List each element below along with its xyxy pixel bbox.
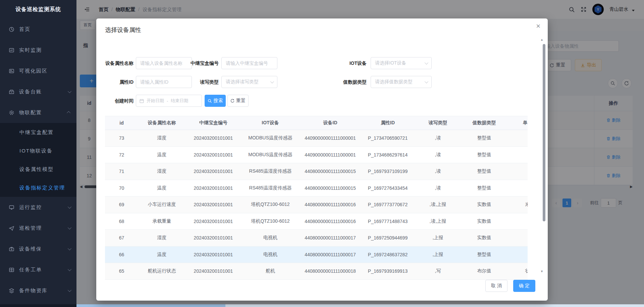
table-row[interactable]: 71 湿度 202403200101001 RS485温湿度传感器 440800… — [105, 163, 528, 180]
cell-attr-id: P_1697250944699 — [361, 235, 415, 240]
cell-device-id: 44080000001111000017 — [300, 252, 361, 257]
cell-id: 73 — [105, 135, 138, 141]
close-icon[interactable]: × — [536, 23, 540, 30]
value-type-select[interactable]: 请选择值数据类型 — [371, 76, 432, 88]
cell-attr-id: P_1734706590721 — [361, 135, 415, 141]
cell-attr-name: 承载重量 — [138, 218, 185, 224]
form-row-3: 创建时间 开始日期 - 结束日期 搜索 重置 — [96, 95, 548, 107]
sidebar-item-run-monitor[interactable]: 运行监控 — [0, 197, 76, 218]
confirm-button[interactable]: 确 定 — [513, 280, 535, 292]
sidebar-item-device-maintenance[interactable]: 设备维保 — [0, 238, 76, 259]
paper-plane-icon — [9, 225, 14, 231]
box-no-input[interactable] — [221, 57, 277, 69]
reset-button[interactable]: 重置 — [227, 95, 249, 107]
sidebar-item-realtime-monitor[interactable]: 实时监测 — [0, 40, 76, 60]
cell-device-id: 44080000001111000016 — [300, 202, 361, 207]
cell-box-no: 202403200101001 — [185, 169, 241, 174]
table-row[interactable]: 68 承载重量 202403200101001 塔机QTZ100-6012 44… — [105, 213, 528, 230]
iot-device-select[interactable]: 请选择IOT设备 — [371, 57, 432, 69]
table-row[interactable]: 65 舵机运行状态 202403200101001 舵机 44080000001… — [105, 263, 528, 280]
cell-box-no: 202403200101001 — [185, 152, 241, 158]
cell-id: 72 — [105, 152, 138, 158]
cell-id: 69 — [105, 202, 138, 207]
field-label-create-time: 创建时间 — [96, 95, 133, 107]
scrollbar-thumb[interactable] — [543, 44, 545, 221]
table-row[interactable]: 73 湿度 202403200101001 MODBUS温度传感器 440900… — [105, 130, 528, 147]
cell-value-type: 整型值 — [461, 168, 507, 174]
sidebar-item-label: 运行监控 — [19, 204, 68, 211]
table-row[interactable]: 67 湿度 202403200101001 电视机 44080000001111… — [105, 230, 528, 247]
chevron-down-icon — [68, 226, 71, 229]
scrollbar-thumb[interactable] — [76, 304, 225, 307]
cell-iot-device: 舵机 — [241, 268, 300, 274]
sidebar-item-device-attr-model[interactable]: 设备属性模型 — [0, 160, 76, 178]
cell-attr-name: 湿度 — [138, 135, 185, 141]
sidebar-item-inspection-mgmt[interactable]: 巡检管理 — [0, 218, 76, 238]
dashboard-icon — [9, 27, 14, 32]
scroll-up-icon[interactable]: ▲ — [540, 38, 543, 41]
picture-icon — [9, 68, 14, 74]
sidebar-item-home[interactable]: 首页 — [0, 19, 76, 40]
date-range-picker[interactable]: 开始日期 - 结束日期 — [136, 95, 202, 107]
scroll-down-icon[interactable]: ▼ — [540, 270, 543, 273]
sidebar-item-label: 任务工单 — [19, 267, 68, 273]
chevron-down-icon — [68, 247, 71, 250]
column-header-attr-id: 属性ID — [361, 120, 415, 126]
layers-icon — [9, 288, 14, 294]
column-header-device-id: 设备ID — [300, 120, 361, 126]
cell-value-type: 整型值 — [461, 252, 507, 258]
chevron-down-icon — [68, 267, 71, 271]
cell-iot-device: RS485温湿度传感器 — [241, 168, 300, 174]
sidebar-item-label: 巡检管理 — [19, 225, 68, 231]
cell-iot-device: 电视机 — [241, 252, 300, 258]
cell-rw-type: ,读 — [415, 135, 461, 141]
cell-value-type: 实数值 — [461, 218, 507, 224]
search-button[interactable]: 搜索 — [205, 95, 226, 107]
cancel-button[interactable]: 取 消 — [485, 280, 507, 292]
cell-box-no: 202403200101001 — [185, 202, 241, 207]
chevron-down-icon — [68, 205, 71, 209]
cell-device-id: 44080000001111000015 — [300, 185, 361, 191]
column-header-attr-name: 设备属性名称 — [138, 120, 185, 126]
sidebar-item-visual-park[interactable]: 可视化园区 — [0, 60, 76, 81]
page-horizontal-scrollbar[interactable] — [0, 304, 644, 307]
cell-rw-type: ,读 — [415, 185, 461, 191]
device-attribute-table: id 设备属性名称 中继宝盒编号 IOT设备 设备ID 属性ID 读写类型 值数… — [105, 116, 528, 280]
table-row[interactable]: 66 温度 202403200101001 电视机 44080000001111… — [105, 247, 528, 263]
table-row[interactable]: 70 温度 202403200101001 RS485温湿度传感器 440800… — [105, 180, 528, 197]
box-icon — [9, 89, 14, 95]
cell-iot-device: 电视机 — [241, 235, 300, 241]
column-header-rw-type: 读写类型 — [415, 120, 461, 126]
screen-icon — [9, 205, 14, 210]
cell-value-type: 布尔值 — [461, 268, 507, 274]
cell-box-no: 202403200101001 — [185, 235, 241, 240]
cell-unit: 米 — [507, 202, 528, 208]
cell-device-id: 44080000001111000016 — [300, 219, 361, 224]
calendar-icon — [140, 99, 144, 103]
sidebar-item-device-indicator-mgmt[interactable]: 设备指标定义管理 — [0, 178, 76, 197]
sidebar-item-task-orders[interactable]: 任务工单 — [0, 259, 76, 280]
sidebar-item-iot-config[interactable]: 物联配置 — [0, 102, 76, 123]
chevron-down-icon — [68, 89, 71, 93]
cell-attr-name: 温度 — [138, 152, 185, 158]
table-row[interactable]: 69 小车运行速度 202403200101001 塔机QTZ100-6012 … — [105, 196, 528, 213]
sidebar-item-device-ledger[interactable]: 设备台账 — [0, 81, 76, 102]
cell-iot-device: MODBUS温度传感器 — [241, 152, 300, 158]
table-row[interactable]: 72 温度 202403200101001 MODBUS温度传感器 440900… — [105, 147, 528, 164]
column-header-value-type: 值数据类型 — [461, 120, 507, 126]
sidebar-item-spare-parts[interactable]: 备件物资库 — [0, 280, 76, 301]
sidebar-item-iot-devices[interactable]: IOT物联设备 — [0, 141, 76, 160]
table-body: 73 湿度 202403200101001 MODBUS温度传感器 440900… — [105, 130, 528, 280]
cell-device-id: 44080000001111000018 — [300, 268, 361, 274]
field-label-iot-device: IOT设备 — [320, 57, 367, 69]
grid-icon — [9, 267, 14, 273]
sidebar-item-label: 实时监测 — [19, 47, 70, 53]
screen: 设备巡检监测系统 首页 实时监测 可视化园区 设备台账 物联配置 中继宝盒配置 … — [0, 0, 644, 307]
cell-id: 68 — [105, 219, 138, 224]
sidebar-item-relay-box-config[interactable]: 中继宝盒配置 — [0, 123, 76, 141]
monitor-icon — [9, 47, 14, 53]
cell-device-id: 44090000001111000001 — [300, 135, 361, 141]
select-placeholder: 请选择IOT设备 — [375, 60, 425, 66]
rw-type-select[interactable]: 请选择读写类型 — [221, 76, 277, 88]
cell-attr-id: P_1697773770672 — [361, 202, 415, 207]
